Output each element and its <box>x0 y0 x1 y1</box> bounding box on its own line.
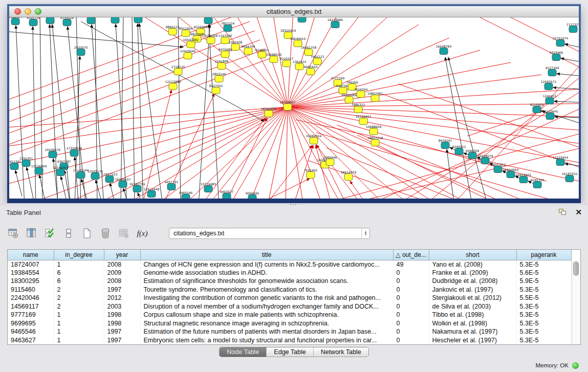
graph-node[interactable]: 8979197 <box>439 139 452 149</box>
new-document-icon[interactable] <box>81 227 93 239</box>
table-header-row[interactable]: namein_degreeyeartitle△ out_de...shortpa… <box>8 250 571 260</box>
graph-node[interactable]: 16210645 <box>542 110 558 120</box>
graph-node[interactable]: 1117321 <box>567 23 579 33</box>
graph-node[interactable]: 9155028 <box>60 17 74 26</box>
column-header[interactable]: in_degree <box>54 250 104 260</box>
graph-edge <box>61 177 67 199</box>
column-header[interactable]: △ out_de... <box>393 250 429 260</box>
graph-node[interactable]: 12093572 <box>541 80 557 90</box>
graph-node[interactable]: 2033570 <box>74 46 88 56</box>
svg-text:9465546: 9465546 <box>179 191 193 194</box>
svg-text:1350351: 1350351 <box>19 157 33 160</box>
graph-node[interactable]: 4055726 <box>27 17 40 26</box>
function-builder-icon[interactable]: f(x) <box>136 227 148 239</box>
graph-node[interactable]: 11156869 <box>31 164 47 174</box>
svg-text:746266: 746266 <box>346 80 358 84</box>
graph-node[interactable]: 19218986 <box>328 18 343 28</box>
graph-node[interactable]: 16720407 <box>356 115 372 125</box>
graph-node[interactable]: 11145194 <box>73 168 89 179</box>
svg-text:18300295: 18300295 <box>261 107 277 111</box>
scrollbar-thumb[interactable] <box>573 261 579 276</box>
memory-status-label: Memory: OK <box>535 362 569 368</box>
column-header[interactable]: short <box>429 250 516 260</box>
table-row[interactable]: 911546021997Tourette syndrome. Phenomeno… <box>8 286 571 294</box>
graph-node[interactable]: 3911591 <box>9 160 21 170</box>
graph-node[interactable]: 9152006 <box>132 17 145 23</box>
graph-node[interactable]: 12923448 <box>144 187 160 198</box>
table-row[interactable]: 969969511998Structural magnetic resonanc… <box>8 319 571 328</box>
graph-node[interactable]: 9227349 <box>546 66 559 76</box>
disabled-table-icon <box>118 227 130 239</box>
tab-node-table[interactable]: Node Table <box>220 347 266 357</box>
column-visibility-icon[interactable] <box>26 227 38 239</box>
graph-node[interactable]: 1244415 <box>543 94 557 104</box>
svg-text:3624554: 3624554 <box>354 87 368 91</box>
graph-node[interactable]: 20364486 <box>341 93 357 103</box>
table-row[interactable]: 946362711997Embryonic stem cells: a mode… <box>8 336 571 345</box>
close-window-button[interactable] <box>14 8 21 15</box>
graph-node[interactable]: 7625402 <box>304 168 318 179</box>
graph-node[interactable]: 8860123 <box>166 25 180 35</box>
graph-node[interactable]: 8813054 <box>295 17 309 23</box>
delete-icon[interactable] <box>99 227 112 239</box>
graph-node[interactable]: 7513507 <box>84 17 98 24</box>
svg-text:12103454: 12103454 <box>553 156 569 159</box>
tab-network-table[interactable]: Network Table <box>313 347 368 357</box>
minimize-window-button[interactable] <box>25 8 31 15</box>
close-panel-icon[interactable]: ✕ <box>575 209 582 216</box>
graph-node[interactable]: 2718120 <box>171 65 185 75</box>
table-row[interactable]: 1872400712008Changes of HCN gene express… <box>8 260 571 269</box>
float-panel-icon[interactable] <box>559 209 567 216</box>
graph-node[interactable]: 16648784 <box>436 45 452 55</box>
graph-node[interactable]: 16961758 <box>301 46 317 56</box>
column-header[interactable]: year <box>104 250 140 260</box>
graph-node[interactable]: 8475685 <box>219 48 232 58</box>
graph-edge <box>9 32 183 47</box>
graph-node[interactable]: 9465546 <box>179 191 193 199</box>
graph-node[interactable]: 20206576 <box>45 148 61 158</box>
column-header[interactable]: pagerank <box>516 250 571 260</box>
table-row[interactable]: 977716911998Corpus callosum shape and si… <box>8 311 571 319</box>
graph-node[interactable]: 8186328 <box>204 34 218 44</box>
graph-node[interactable]: 16033809 <box>201 17 216 24</box>
graph-node[interactable]: 9329966 <box>550 51 563 61</box>
table-settings-icon[interactable] <box>7 227 19 239</box>
column-header[interactable]: title <box>140 250 393 260</box>
graph-node[interactable]: 8220317 <box>280 57 294 67</box>
graph-node[interactable]: 9457791 <box>165 180 179 190</box>
rows-icon[interactable] <box>62 227 75 239</box>
graph-node[interactable]: 7986372 <box>352 103 365 113</box>
network-canvas[interactable]: 1872400718300295193845548860123891295482… <box>9 17 579 199</box>
graph-node[interactable]: 6497568 <box>336 84 350 94</box>
svg-text:20364486: 20364486 <box>341 93 357 97</box>
table-row[interactable]: 1456911722003Disruption of a novel membe… <box>8 302 571 311</box>
graph-node[interactable]: 12505135 <box>88 169 103 180</box>
svg-text:7625402: 7625402 <box>304 168 318 172</box>
tab-edge-table[interactable]: Edge Table <box>266 347 313 357</box>
table-row[interactable]: 1830029562008Estimation of significance … <box>8 277 571 286</box>
maximize-window-button[interactable] <box>35 8 41 15</box>
table-scrollbar[interactable] <box>572 260 580 344</box>
graph-node[interactable]: 9463627 <box>220 190 234 199</box>
graph-node[interactable]: 9699695 <box>246 191 259 199</box>
graph-node[interactable]: 2803144 <box>212 72 226 82</box>
graph-node[interactable]: 12213389 <box>165 80 181 90</box>
network-window-titlebar[interactable]: citations_edges.txt <box>9 6 579 17</box>
table-row[interactable]: 946554611997Estimation of the future num… <box>8 327 571 336</box>
graph-node[interactable]: 2242848 <box>215 59 229 70</box>
table-row[interactable]: 1938455462009Genome-wide association stu… <box>8 269 571 277</box>
column-header[interactable]: name <box>8 250 54 260</box>
graph-node[interactable]: 20691406 <box>42 17 58 24</box>
svg-text:3911591: 3911591 <box>9 160 21 163</box>
graph-node[interactable]: 16914479 <box>341 170 357 181</box>
row-selection-icon[interactable] <box>44 227 56 239</box>
graph-node[interactable]: 5328702 <box>108 17 122 24</box>
graph-node[interactable]: 16958107 <box>115 178 131 188</box>
graph-edge <box>470 17 579 79</box>
combo-stepper-icon[interactable]: ▲▼ <box>361 228 369 238</box>
svg-text:16458079: 16458079 <box>477 154 493 158</box>
graph-node[interactable]: 7857224 <box>221 21 235 32</box>
table-row[interactable]: 2242004622012Investigating the contribut… <box>8 294 571 302</box>
network-select[interactable]: citations_edges.txt ▲▼ <box>169 228 370 239</box>
graph-node[interactable]: 1665904 <box>9 17 23 25</box>
